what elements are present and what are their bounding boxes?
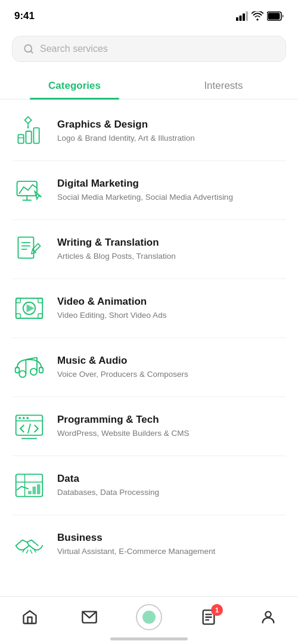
status-icons xyxy=(236,11,284,21)
svg-point-27 xyxy=(19,371,26,377)
bottom-nav: 1 xyxy=(0,596,298,644)
list-item[interactable]: Programming & Tech WordPress, Website Bu… xyxy=(12,397,286,456)
search-placeholder: Search services xyxy=(40,44,108,54)
search-bar[interactable]: Search services xyxy=(12,36,286,62)
orders-badge: 1 xyxy=(211,604,223,616)
nav-messages[interactable] xyxy=(72,604,107,630)
signal-icon xyxy=(236,11,248,21)
wifi-icon xyxy=(252,11,263,21)
digital-marketing-text: Digital Marketing Social Media Marketing… xyxy=(57,178,233,203)
business-subtitle: Virtual Assistant, E-Commerce Management xyxy=(57,546,215,558)
writing-translation-title: Writing & Translation xyxy=(57,237,176,249)
programming-tech-text: Programming & Tech WordPress, Website Bu… xyxy=(57,414,190,439)
svg-rect-13 xyxy=(17,181,37,196)
mail-icon xyxy=(81,609,98,626)
digital-marketing-subtitle: Social Media Marketing, Social Media Adv… xyxy=(57,192,233,203)
digital-marketing-icon xyxy=(12,173,46,208)
graphics-design-icon xyxy=(12,114,46,148)
programming-tech-subtitle: WordPress, Website Builders & CMS xyxy=(57,428,190,439)
svg-rect-0 xyxy=(236,17,238,21)
list-item[interactable]: Video & Animation Video Editing, Short V… xyxy=(12,279,286,338)
svg-rect-1 xyxy=(240,16,242,21)
svg-line-47 xyxy=(27,542,29,546)
business-text: Business Virtual Assistant, E-Commerce M… xyxy=(57,532,215,558)
svg-line-7 xyxy=(30,51,32,52)
home-indicator xyxy=(110,637,188,640)
search-container: Search services xyxy=(0,30,298,72)
search-icon xyxy=(23,44,34,54)
video-animation-text: Video & Animation Video Editing, Short V… xyxy=(57,296,166,321)
digital-marketing-title: Digital Marketing xyxy=(57,178,233,190)
svg-rect-46 xyxy=(37,484,41,494)
status-bar: 9:41 xyxy=(0,0,298,30)
profile-icon xyxy=(260,609,277,626)
data-title: Data xyxy=(57,473,159,485)
svg-line-39 xyxy=(28,424,30,433)
category-list: Graphics & Design Logo & Brand Identity,… xyxy=(0,102,298,574)
list-item[interactable]: Business Virtual Assistant, E-Commerce M… xyxy=(12,515,286,574)
battery-icon xyxy=(267,11,284,21)
list-item[interactable]: Music & Audio Voice Over, Producers & Co… xyxy=(12,338,286,397)
data-icon xyxy=(12,468,46,503)
graphics-design-title: Graphics & Design xyxy=(57,119,195,131)
writing-translation-text: Writing & Translation Articles & Blog Po… xyxy=(57,237,176,262)
nav-home[interactable] xyxy=(12,604,48,630)
tabs: Categories Interests xyxy=(0,72,298,100)
tab-categories[interactable]: Categories xyxy=(0,72,149,99)
status-time: 9:41 xyxy=(14,10,35,22)
data-subtitle: Databases, Data Processing xyxy=(57,487,159,499)
programming-tech-icon xyxy=(12,409,46,444)
svg-point-36 xyxy=(18,417,21,419)
data-text: Data Databases, Data Processing xyxy=(57,473,159,499)
list-item[interactable]: Data Databases, Data Processing xyxy=(12,456,286,515)
nav-explore[interactable] xyxy=(131,604,167,630)
programming-tech-title: Programming & Tech xyxy=(57,414,190,426)
nav-profile[interactable] xyxy=(250,604,286,630)
business-icon xyxy=(12,527,46,562)
svg-rect-44 xyxy=(28,491,32,494)
music-audio-icon xyxy=(12,350,46,385)
video-animation-title: Video & Animation xyxy=(57,296,166,308)
graphics-design-subtitle: Logo & Brand Identity, Art & Illustratio… xyxy=(57,133,195,144)
svg-rect-16 xyxy=(18,237,33,258)
svg-point-28 xyxy=(30,369,37,375)
writing-translation-subtitle: Articles & Blog Posts, Translation xyxy=(57,251,176,262)
svg-rect-45 xyxy=(33,487,36,494)
explore-active-circle xyxy=(136,604,162,630)
svg-rect-2 xyxy=(243,14,245,21)
list-item[interactable]: Writing & Translation Articles & Blog Po… xyxy=(12,220,286,279)
music-audio-text: Music & Audio Voice Over, Producers & Co… xyxy=(57,355,188,380)
music-audio-subtitle: Voice Over, Producers & Composers xyxy=(57,369,188,380)
svg-rect-3 xyxy=(246,11,249,21)
list-item[interactable]: Digital Marketing Social Media Marketing… xyxy=(12,161,286,220)
video-animation-icon xyxy=(12,291,46,326)
writing-translation-icon xyxy=(12,232,46,267)
list-item[interactable]: Graphics & Design Logo & Brand Identity,… xyxy=(12,102,286,161)
svg-marker-26 xyxy=(27,305,33,311)
svg-point-37 xyxy=(23,417,25,419)
svg-rect-10 xyxy=(33,128,39,143)
graphics-design-text: Graphics & Design Logo & Brand Identity,… xyxy=(57,119,195,144)
svg-rect-9 xyxy=(26,131,31,143)
business-title: Business xyxy=(57,532,215,544)
video-animation-subtitle: Video Editing, Short Video Ads xyxy=(57,310,166,321)
home-icon xyxy=(21,609,38,626)
svg-point-53 xyxy=(265,611,271,617)
nav-orders[interactable]: 1 xyxy=(191,604,226,630)
svg-rect-5 xyxy=(268,13,280,20)
music-audio-title: Music & Audio xyxy=(57,355,188,367)
tab-interests[interactable]: Interests xyxy=(149,72,298,99)
svg-point-38 xyxy=(26,417,29,419)
svg-rect-8 xyxy=(18,135,23,144)
